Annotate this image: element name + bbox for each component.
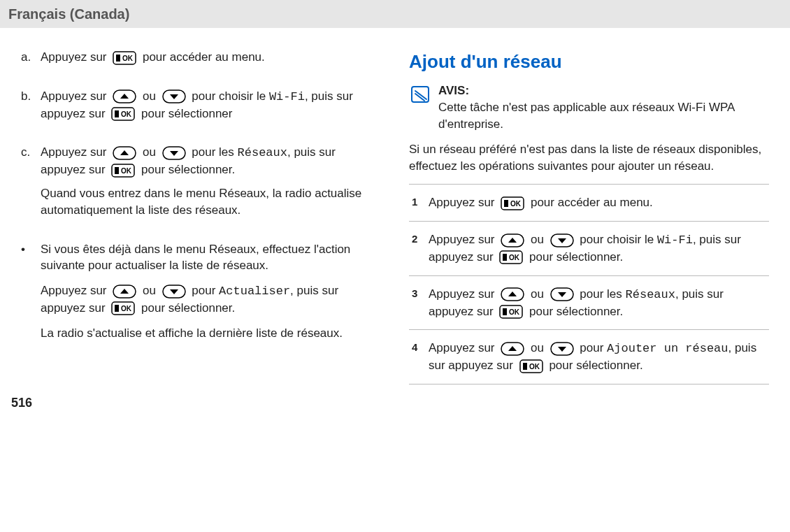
step-item: 4Appuyez sur ou pour Ajouter un réseau, … [409,330,769,384]
letter-marker: b. [21,88,41,129]
section-heading: Ajout d'un réseau [409,49,769,74]
notice-icon [409,82,438,132]
notice-title: AVIS: [438,84,469,97]
mono-text: Wi-Fi [269,90,305,103]
svg-text:OK: OK [121,305,132,312]
header-lang: Français (Canada) [8,6,129,22]
ok-key-icon: OK [499,305,523,319]
svg-rect-20 [504,200,508,207]
svg-text:OK: OK [121,167,132,175]
ok-key-icon: OK [113,51,136,65]
step-item: 3Appuyez sur ou pour les Réseaux, puis s… [409,276,769,331]
svg-rect-16 [115,305,119,312]
up-key-icon [113,89,136,103]
svg-text:OK: OK [122,55,134,62]
lettered-list: a.Appuyez sur OK pour accéder au menu.b.… [21,49,381,226]
numbered-steps: 1Appuyez sur OK pour accéder au menu.2Ap… [409,184,769,384]
svg-rect-30 [503,308,507,315]
step-number: 2 [412,231,429,266]
down-key-icon [162,89,186,103]
letter-marker: c. [21,144,41,225]
letter-body: Appuyez sur ou pour les Réseaux, puis su… [41,144,381,225]
svg-text:OK: OK [510,200,522,208]
letter-item: c.Appuyez sur ou pour les Réseaux, puis … [21,144,381,225]
svg-rect-35 [523,363,527,370]
text-line: Appuyez sur ou pour Ajouter un réseau, p… [429,340,766,374]
left-column: a.Appuyez sur OK pour accéder au menu.b.… [21,49,381,384]
svg-rect-6 [115,110,119,117]
page-body: a.Appuyez sur OK pour accéder au menu.b.… [0,28,790,391]
ok-key-icon: OK [111,164,135,178]
text-line: La radio s'actualise et affiche la derni… [41,325,381,342]
page-number: 516 [0,391,790,422]
svg-text:OK: OK [121,110,132,118]
notice-block: AVIS: Cette tâche n'est pas applicable a… [409,82,769,132]
step-body: Appuyez sur OK pour accéder au menu. [429,194,766,211]
text-line: Appuyez sur ou pour les Réseaux, puis su… [429,286,766,320]
step-body: Appuyez sur ou pour Ajouter un réseau, p… [429,340,766,374]
bullet-body: Si vous êtes déjà dans le menu Réseaux, … [41,241,381,350]
page-header: Français (Canada) [0,0,790,28]
up-key-icon [501,342,524,356]
letter-marker: a. [21,49,41,73]
text-line: Appuyez sur ou pour Actualiser, puis sur… [41,282,381,317]
up-key-icon [501,233,524,247]
step-item: 2Appuyez sur ou pour choisir le Wi-Fi, p… [409,222,769,276]
bullet-item: • Si vous êtes déjà dans le menu Réseaux… [21,241,381,350]
notice-body: Cette tâche n'est pas applicable aux rés… [438,99,769,133]
svg-text:OK: OK [509,308,520,316]
letter-item: a.Appuyez sur OK pour accéder au menu. [21,49,381,73]
ok-key-icon: OK [111,107,135,121]
mono-text: Ajouter un réseau [607,342,728,355]
text-line: Appuyez sur ou pour choisir le Wi-Fi, pu… [41,88,381,122]
notice-text: AVIS: Cette tâche n'est pas applicable a… [438,82,769,132]
mono-text: Actualiser [219,285,290,298]
svg-rect-1 [116,55,120,62]
up-key-icon [501,287,524,301]
step-item: 1Appuyez sur OK pour accéder au menu. [409,185,769,222]
mono-text: Réseaux [626,288,675,301]
text-line: Si vous êtes déjà dans le menu Réseaux, … [41,241,381,275]
right-column: Ajout d'un réseau AVIS: Cette tâche n'es… [409,49,769,384]
up-key-icon [113,285,136,299]
step-number: 3 [412,286,429,320]
step-body: Appuyez sur ou pour choisir le Wi-Fi, pu… [429,231,766,266]
step-number: 4 [412,340,429,374]
text-line: Appuyez sur OK pour accéder au menu. [429,194,766,211]
text-line: Appuyez sur ou pour choisir le Wi-Fi, pu… [429,231,766,266]
down-key-icon [550,287,574,301]
letter-body: Appuyez sur ou pour choisir le Wi-Fi, pu… [41,88,381,129]
intro-paragraph: Si un réseau préféré n'est pas dans la l… [409,141,769,175]
ok-key-icon: OK [111,301,135,315]
svg-rect-11 [115,167,119,174]
text-line: Appuyez sur OK pour accéder au menu. [41,49,381,66]
text-line: Quand vous entrez dans le menu Réseaux, … [41,185,381,219]
letter-body: Appuyez sur OK pour accéder au menu. [41,49,381,73]
svg-text:OK: OK [529,363,540,371]
ok-key-icon: OK [499,250,523,264]
letter-item: b.Appuyez sur ou pour choisir le Wi-Fi, … [21,88,381,129]
svg-text:OK: OK [509,254,520,261]
mono-text: Réseaux [238,146,287,159]
text-line: Appuyez sur ou pour les Réseaux, puis su… [41,144,381,178]
down-key-icon [550,233,574,247]
bullet-marker: • [21,241,41,350]
mono-text: Wi-Fi [657,233,693,247]
svg-rect-25 [503,254,507,261]
up-key-icon [113,146,136,160]
down-key-icon [162,146,186,160]
down-key-icon [550,342,574,356]
ok-key-icon: OK [519,359,543,373]
ok-key-icon: OK [501,196,524,210]
step-number: 1 [412,194,429,211]
step-body: Appuyez sur ou pour les Réseaux, puis su… [429,286,766,320]
down-key-icon [162,285,186,299]
